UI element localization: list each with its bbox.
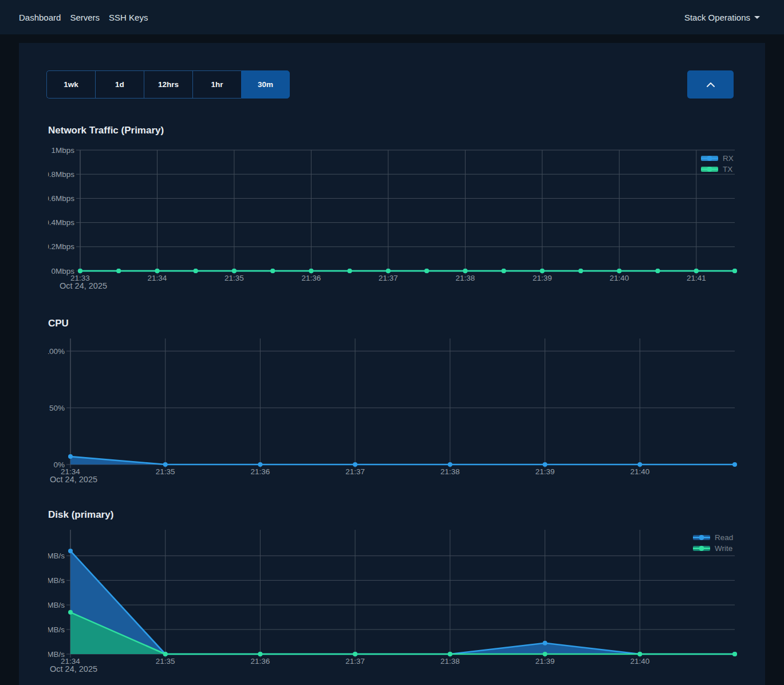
- svg-text:21:36: 21:36: [302, 274, 321, 282]
- svg-text:Oct 24, 2025: Oct 24, 2025: [50, 664, 97, 674]
- svg-text:2MB/s: 2MB/s: [48, 601, 65, 609]
- svg-text:21:35: 21:35: [156, 467, 175, 476]
- range-button-30m[interactable]: 30m: [241, 70, 290, 99]
- disk-section: Disk (primary) 4MB/s3MB/s2MB/s1MB/s0MB/s…: [19, 509, 765, 675]
- svg-text:50%: 50%: [49, 404, 65, 412]
- stack-operations-label: Stack Operations: [684, 13, 750, 22]
- svg-text:21:40: 21:40: [609, 274, 629, 282]
- svg-text:21:38: 21:38: [440, 657, 460, 666]
- svg-text:21:36: 21:36: [251, 657, 270, 666]
- svg-text:21:39: 21:39: [535, 657, 555, 666]
- network-traffic-chart: 1Mbps0.8Mbps0.6Mbps0.4Mbps0.2Mbps0Mbps21…: [48, 145, 765, 292]
- svg-text:4MB/s: 4MB/s: [48, 552, 65, 560]
- caret-down-icon: [754, 16, 760, 19]
- svg-text:0.6Mbps: 0.6Mbps: [48, 194, 74, 203]
- range-button-1wk[interactable]: 1wk: [46, 70, 95, 99]
- svg-text:21:34: 21:34: [148, 274, 167, 282]
- svg-text:21:35: 21:35: [156, 657, 175, 666]
- svg-text:1MB/s: 1MB/s: [48, 625, 65, 634]
- main-panel: 1wk1d12hrs1hr30m Network Traffic (Primar…: [19, 43, 765, 685]
- collapse-charts-button[interactable]: [687, 70, 734, 99]
- svg-text:3MB/s: 3MB/s: [48, 576, 65, 585]
- svg-text:21:39: 21:39: [533, 274, 552, 282]
- svg-text:21:40: 21:40: [630, 467, 649, 476]
- svg-text:21:37: 21:37: [379, 274, 398, 282]
- svg-text:TX: TX: [723, 165, 732, 174]
- svg-text:100%: 100%: [48, 347, 65, 356]
- range-button-1hr[interactable]: 1hr: [192, 70, 241, 99]
- svg-text:21:36: 21:36: [251, 467, 270, 476]
- top-navbar: DashboardServersSSH Keys Stack Operation…: [0, 0, 784, 34]
- svg-text:1Mbps: 1Mbps: [51, 146, 74, 155]
- svg-text:21:37: 21:37: [345, 467, 365, 476]
- svg-text:21:39: 21:39: [535, 467, 555, 476]
- chevron-up-icon: [707, 82, 715, 87]
- svg-text:Read: Read: [715, 533, 733, 542]
- nav-links: DashboardServersSSH Keys: [19, 10, 148, 25]
- svg-text:Write: Write: [715, 544, 732, 553]
- svg-text:Oct 24, 2025: Oct 24, 2025: [60, 281, 107, 290]
- svg-text:Oct 24, 2025: Oct 24, 2025: [50, 475, 97, 484]
- svg-text:0.8Mbps: 0.8Mbps: [48, 170, 74, 179]
- svg-text:21:35: 21:35: [224, 274, 244, 282]
- nav-link-servers[interactable]: Servers: [70, 10, 100, 25]
- stack-operations-dropdown[interactable]: Stack Operations: [684, 13, 760, 22]
- nav-link-dashboard[interactable]: Dashboard: [19, 10, 61, 25]
- cpu-section: CPU 100%50%0%21:3421:3521:3621:3721:3821…: [19, 318, 765, 485]
- svg-text:21:37: 21:37: [345, 657, 365, 666]
- svg-text:21:38: 21:38: [456, 274, 475, 282]
- disk-chart: 4MB/s3MB/s2MB/s1MB/s0MB/s21:3421:3521:36…: [48, 530, 765, 675]
- svg-text:RX: RX: [723, 154, 734, 163]
- network-traffic-title: Network Traffic (Primary): [48, 125, 765, 136]
- svg-text:21:41: 21:41: [687, 274, 706, 282]
- network-traffic-section: Network Traffic (Primary) 1Mbps0.8Mbps0.…: [19, 125, 765, 292]
- time-range-group: 1wk1d12hrs1hr30m: [46, 70, 290, 99]
- disk-title: Disk (primary): [48, 509, 765, 521]
- chart-toolbar: 1wk1d12hrs1hr30m: [19, 70, 765, 99]
- cpu-chart: 100%50%0%21:3421:3521:3621:3721:3821:392…: [48, 338, 765, 485]
- svg-text:0.4Mbps: 0.4Mbps: [48, 218, 74, 227]
- cpu-title: CPU: [48, 318, 765, 329]
- nav-link-ssh-keys[interactable]: SSH Keys: [109, 10, 148, 25]
- range-button-12hrs[interactable]: 12hrs: [144, 70, 192, 99]
- svg-text:21:38: 21:38: [440, 467, 460, 476]
- range-button-1d[interactable]: 1d: [95, 70, 144, 99]
- svg-text:0.2Mbps: 0.2Mbps: [48, 242, 74, 251]
- svg-text:21:40: 21:40: [630, 657, 649, 666]
